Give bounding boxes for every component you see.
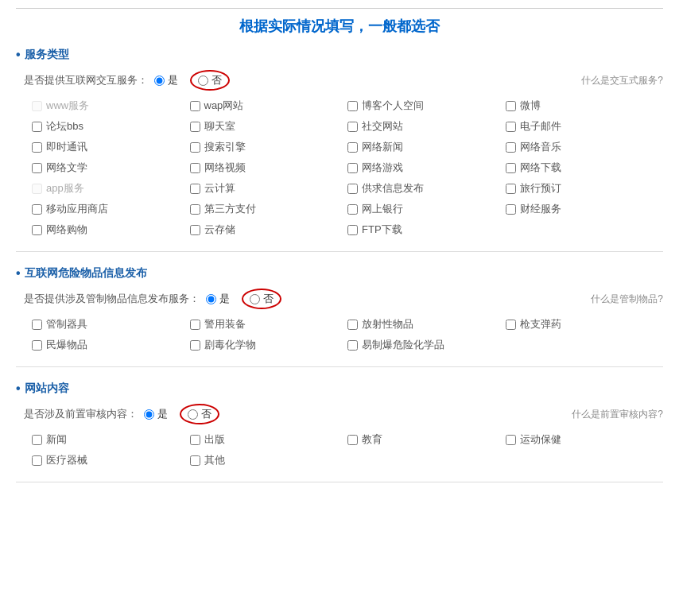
site-content-help-link[interactable]: 什么是前置审核内容?: [572, 408, 663, 421]
service-type-cb-ftp[interactable]: FTP下载: [347, 223, 506, 237]
service-type-cb-b2b[interactable]: 供求信息发布: [347, 181, 506, 196]
service-type-cb-cloud-input[interactable]: [190, 184, 200, 194]
dangerous-goods-cb-radioactive-input[interactable]: [347, 320, 358, 330]
service-type-cb-cloud[interactable]: 云计算: [190, 181, 348, 196]
site-content-cb-medical[interactable]: 医疗器械: [32, 453, 190, 467]
service-type-cb-bbs[interactable]: 论坛bbs: [32, 119, 190, 134]
service-type-cb-search-input[interactable]: [190, 142, 200, 153]
service-type-cb-ftp-input[interactable]: [347, 225, 358, 235]
service-type-cb-download[interactable]: 网络下载: [506, 161, 664, 175]
dangerous-goods-help-link[interactable]: 什么是管制物品?: [591, 293, 663, 306]
dangerous-goods-cb-toxic-input[interactable]: [190, 340, 200, 351]
dangerous-goods-yes-radio[interactable]: [206, 294, 216, 304]
service-type-cb-music[interactable]: 网络音乐: [506, 140, 664, 154]
dangerous-goods-cb-guns-input[interactable]: [506, 320, 516, 330]
service-type-cb-wap-input[interactable]: [190, 101, 200, 111]
service-type-cb-weibo[interactable]: 微博: [506, 99, 664, 113]
service-type-cb-app[interactable]: app服务: [32, 181, 190, 196]
service-type-cb-payment-input[interactable]: [190, 204, 200, 215]
service-type-cb-literature-input[interactable]: [32, 163, 42, 173]
service-type-cb-blog[interactable]: 博客个人空间: [347, 99, 506, 113]
service-type-cb-travel[interactable]: 旅行预订: [506, 181, 664, 196]
site-content-cb-other-input[interactable]: [190, 455, 200, 466]
service-type-cb-video[interactable]: 网络视频: [190, 161, 348, 175]
service-type-cb-cloudstorage[interactable]: 云存储: [190, 223, 348, 237]
site-content-yes-radio[interactable]: [144, 409, 154, 420]
service-type-cb-news-input[interactable]: [347, 142, 358, 153]
service-type-cb-video-input[interactable]: [190, 163, 200, 173]
dangerous-goods-cb-police[interactable]: 警用装备: [190, 317, 348, 331]
site-content-cb-sports-input[interactable]: [506, 435, 516, 445]
site-content-cb-medical-input[interactable]: [32, 455, 42, 466]
service-type-cb-appstore[interactable]: 移动应用商店: [32, 202, 190, 216]
dangerous-goods-yes-option[interactable]: 是: [206, 292, 230, 306]
dangerous-goods-title: 互联网危险物品信息发布: [16, 266, 663, 281]
service-type-cb-game[interactable]: 网络游戏: [347, 161, 506, 175]
service-type-cb-weibo-input[interactable]: [506, 101, 516, 111]
service-type-cb-shopping[interactable]: 网络购物: [32, 223, 190, 237]
service-type-cb-banking-input[interactable]: [347, 204, 358, 215]
service-type-cb-cloudstorage-input[interactable]: [190, 225, 200, 235]
service-type-no-option[interactable]: 否: [190, 70, 230, 91]
service-type-cb-im[interactable]: 即时通讯: [32, 140, 190, 154]
site-content-cb-other[interactable]: 其他: [190, 453, 348, 467]
service-type-cb-literature[interactable]: 网络文学: [32, 161, 190, 175]
dangerous-goods-no-option[interactable]: 否: [242, 289, 281, 309]
service-type-yes-radio[interactable]: [154, 76, 165, 86]
service-type-cb-music-input[interactable]: [506, 142, 516, 153]
dangerous-goods-cb-toxic[interactable]: 剧毒化学物: [190, 338, 348, 352]
service-type-help-link[interactable]: 什么是交互式服务?: [581, 74, 663, 87]
service-type-cb-www[interactable]: www服务: [32, 99, 190, 113]
site-content-cb-education[interactable]: 教育: [347, 432, 506, 447]
service-type-cb-im-input[interactable]: [32, 142, 42, 153]
service-type-cb-finance[interactable]: 财经服务: [506, 202, 664, 216]
service-type-cb-social[interactable]: 社交网站: [347, 119, 506, 134]
service-type-cb-wap[interactable]: wap网站: [190, 99, 348, 113]
service-type-cb-appstore-input[interactable]: [32, 204, 42, 215]
page-title: 根据实际情况填写，一般都选否: [16, 8, 663, 48]
site-content-cb-publish[interactable]: 出版: [190, 432, 348, 447]
site-content-no-option[interactable]: 否: [180, 404, 219, 424]
service-type-cb-www-input[interactable]: [32, 101, 42, 111]
service-type-cb-shopping-input[interactable]: [32, 225, 42, 235]
site-content-cb-news-input[interactable]: [32, 435, 42, 445]
service-type-cb-blog-input[interactable]: [347, 101, 358, 111]
service-type-cb-download-input[interactable]: [506, 163, 516, 173]
service-type-cb-email[interactable]: 电子邮件: [506, 119, 664, 134]
service-type-cb-banking[interactable]: 网上银行: [347, 202, 506, 216]
service-type-cb-finance-input[interactable]: [506, 204, 516, 215]
service-type-no-radio[interactable]: [198, 76, 208, 86]
site-content-cb-education-input[interactable]: [347, 435, 358, 445]
service-type-title: 服务类型: [16, 48, 663, 62]
dangerous-goods-form-row: 是否提供涉及管制物品信息发布服务： 是 否 什么是管制物品?: [16, 289, 663, 309]
service-type-cb-email-input[interactable]: [506, 122, 516, 132]
dangerous-goods-cb-control[interactable]: 管制器具: [32, 317, 190, 331]
service-type-cb-game-input[interactable]: [347, 163, 358, 173]
dangerous-goods-cb-explosive-input[interactable]: [32, 340, 42, 351]
dangerous-goods-cb-police-input[interactable]: [190, 320, 200, 330]
service-type-cb-search[interactable]: 搜索引擎: [190, 140, 348, 154]
site-content-cb-news[interactable]: 新闻: [32, 432, 190, 447]
site-content-cb-sports[interactable]: 运动保健: [506, 432, 664, 447]
site-content-yes-option[interactable]: 是: [144, 407, 168, 421]
service-type-cb-payment[interactable]: 第三方支付: [190, 202, 348, 216]
dangerous-goods-cb-explosive[interactable]: 民爆物品: [32, 338, 190, 352]
dangerous-goods-cb-guns[interactable]: 枪支弹药: [506, 317, 664, 331]
service-type-cb-app-input[interactable]: [32, 184, 42, 194]
dangerous-goods-cb-chemical[interactable]: 易制爆危险化学品: [347, 338, 506, 352]
service-type-cb-b2b-input[interactable]: [347, 184, 358, 194]
dangerous-goods-no-radio[interactable]: [250, 294, 260, 304]
service-type-yes-option[interactable]: 是: [154, 73, 178, 87]
site-content-cb-publish-input[interactable]: [190, 435, 200, 445]
site-content-no-radio[interactable]: [188, 409, 198, 420]
dangerous-goods-cb-radioactive[interactable]: 放射性物品: [347, 317, 506, 331]
service-type-cb-chat[interactable]: 聊天室: [190, 119, 348, 134]
service-type-cb-news[interactable]: 网络新闻: [347, 140, 506, 154]
dangerous-goods-cb-control-input[interactable]: [32, 320, 42, 330]
service-type-cb-bbs-input[interactable]: [32, 122, 42, 132]
service-type-cb-travel-input[interactable]: [506, 184, 516, 194]
dangerous-goods-cb-chemical-input[interactable]: [347, 340, 358, 351]
service-type-cb-chat-input[interactable]: [190, 122, 200, 132]
site-content-radio-group: 是 否: [144, 404, 219, 424]
service-type-cb-social-input[interactable]: [347, 122, 358, 132]
